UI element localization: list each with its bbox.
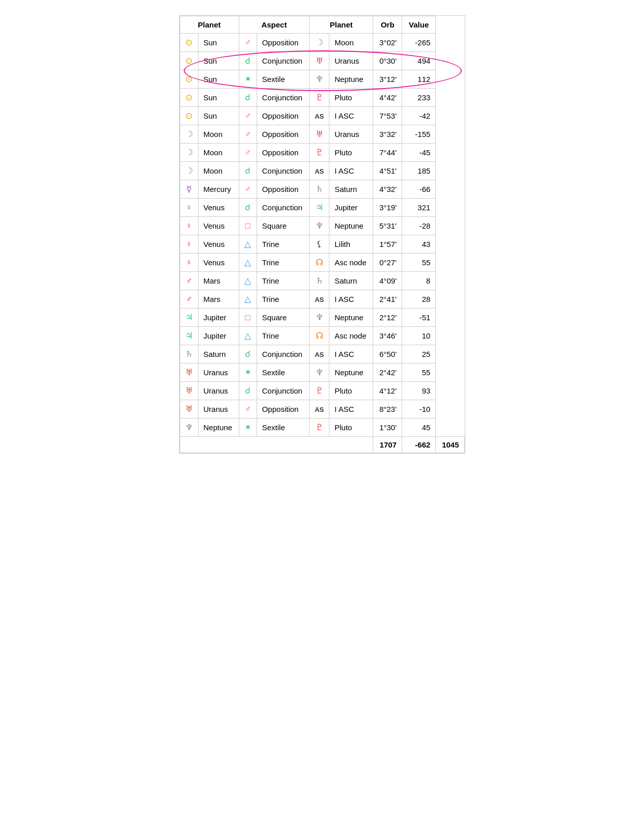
aspect-symbol: ♂ — [239, 34, 257, 52]
orb-value: 4°09' — [373, 272, 402, 290]
planet1-symbol: ♅ — [180, 364, 198, 382]
planet1-name: Moon — [198, 144, 239, 162]
aspect-name: Conjunction — [257, 199, 309, 217]
aspect-name: Opposition — [257, 125, 309, 144]
planet1-name: Sun — [198, 89, 239, 107]
aspect-symbol: △ — [239, 327, 257, 345]
planet2-name: Pluto — [329, 144, 373, 162]
planet1-symbol: ♀ — [180, 235, 198, 254]
aspect-name: Sextile — [257, 364, 309, 382]
aspect-value: -10 — [402, 400, 436, 419]
aspect-name: Trine — [257, 327, 309, 345]
planet2-name: I ASC — [329, 345, 373, 364]
planet1-name: Jupiter — [198, 309, 239, 327]
planet2-symbol: AS — [310, 107, 329, 125]
planet2-name: Moon — [329, 34, 373, 52]
planet2-symbol: ♆ — [310, 364, 329, 382]
planet2-symbol: ♃ — [310, 199, 329, 217]
planet1-name: Neptune — [198, 419, 239, 437]
aspect-value: 112 — [402, 70, 436, 89]
aspect-name: Opposition — [257, 180, 309, 199]
planet2-name: Uranus — [329, 52, 373, 70]
header-value: Value — [402, 16, 436, 34]
aspect-value: 10 — [402, 327, 436, 345]
planet2-name: I ASC — [329, 400, 373, 419]
planet1-symbol: ♅ — [180, 400, 198, 419]
planet2-symbol: ♄ — [310, 272, 329, 290]
orb-value: 6°50' — [373, 345, 402, 364]
table-row: ☽ Moon ♂ Opposition ♅ Uranus 3°32' -155 — [180, 125, 464, 144]
header-orb: Orb — [373, 16, 402, 34]
aspect-value: 55 — [402, 254, 436, 272]
table-row: ⊙ Sun ✶ Sextile ♆ Neptune 3°12' 112 — [180, 70, 464, 89]
planet1-symbol: ♄ — [180, 345, 198, 364]
table-row: ☽ Moon ♂ Opposition ♇ Pluto 7°44' -45 — [180, 144, 464, 162]
orb-value: 8°23' — [373, 400, 402, 419]
aspect-symbol: □ — [239, 217, 257, 235]
aspect-name: Conjunction — [257, 162, 309, 180]
planet1-symbol: ⊙ — [180, 34, 198, 52]
planet1-name: Sun — [198, 107, 239, 125]
planet1-symbol: ☽ — [180, 162, 198, 180]
aspect-symbol: ☌ — [239, 162, 257, 180]
planet2-name: Asc node — [329, 254, 373, 272]
aspect-name: Trine — [257, 272, 309, 290]
table-row: ⊙ Sun ☌ Conjunction ♅ Uranus 0°30' 494 — [180, 52, 464, 70]
planet1-symbol: ☽ — [180, 125, 198, 144]
aspect-symbol: ☌ — [239, 382, 257, 400]
aspect-symbol: ✶ — [239, 419, 257, 437]
planet1-symbol: ♂ — [180, 290, 198, 309]
aspect-symbol: △ — [239, 254, 257, 272]
planet2-symbol: ☽ — [310, 34, 329, 52]
aspect-name: Conjunction — [257, 345, 309, 364]
aspect-value: 233 — [402, 89, 436, 107]
aspect-name: Trine — [257, 254, 309, 272]
table-row: ♄ Saturn ☌ Conjunction AS I ASC 6°50' 25 — [180, 345, 464, 364]
planet2-symbol: ♆ — [310, 70, 329, 89]
orb-value: 0°30' — [373, 52, 402, 70]
aspect-name: Conjunction — [257, 382, 309, 400]
planet1-name: Sun — [198, 34, 239, 52]
planet2-symbol: AS — [310, 162, 329, 180]
planet2-symbol: ♇ — [310, 382, 329, 400]
table-row: ♅ Uranus ✶ Sextile ♆ Neptune 2°42' 55 — [180, 364, 464, 382]
aspect-name: Trine — [257, 290, 309, 309]
aspect-name: Opposition — [257, 34, 309, 52]
aspect-symbol: ☌ — [239, 199, 257, 217]
orb-value: 1°57' — [373, 235, 402, 254]
aspect-name: Square — [257, 309, 309, 327]
planet1-symbol: ☿ — [180, 180, 198, 199]
aspect-name: Sextile — [257, 70, 309, 89]
table-row: ⊙ Sun ♂ Opposition AS I ASC 7°53' -42 — [180, 107, 464, 125]
aspect-value: 55 — [402, 364, 436, 382]
planet2-symbol: ♆ — [310, 217, 329, 235]
aspect-symbol: ☌ — [239, 345, 257, 364]
aspect-value: -28 — [402, 217, 436, 235]
planet1-name: Moon — [198, 162, 239, 180]
planet1-name: Venus — [198, 199, 239, 217]
planet1-name: Venus — [198, 235, 239, 254]
planet1-symbol: ♀ — [180, 199, 198, 217]
table-row: ☽ Moon ☌ Conjunction AS I ASC 4°51' 185 — [180, 162, 464, 180]
orb-value: 3°02' — [373, 34, 402, 52]
planet1-name: Mars — [198, 272, 239, 290]
totals-row: 1707 -662 1045 — [180, 437, 464, 453]
table-row: ⊙ Sun ☌ Conjunction ♇ Pluto 4°42' 233 — [180, 89, 464, 107]
planet2-symbol: ♆ — [310, 309, 329, 327]
orb-value: 5°31' — [373, 217, 402, 235]
aspect-value: -265 — [402, 34, 436, 52]
header-planet2: Planet — [310, 16, 373, 34]
aspect-value: 93 — [402, 382, 436, 400]
aspect-value: 28 — [402, 290, 436, 309]
aspect-value: 45 — [402, 419, 436, 437]
planet1-symbol: ⊙ — [180, 52, 198, 70]
astrology-table: Planet Aspect Planet Orb Value ⊙ Sun ♂ O… — [179, 15, 465, 454]
table-row: ♀ Venus △ Trine ⚸ Lilith 1°57' 43 — [180, 235, 464, 254]
neg-total: -662 — [402, 437, 436, 453]
planet2-symbol: ♅ — [310, 52, 329, 70]
planet1-symbol: ♃ — [180, 309, 198, 327]
aspect-name: Opposition — [257, 144, 309, 162]
aspect-symbol: ♂ — [239, 107, 257, 125]
aspect-symbol: △ — [239, 290, 257, 309]
planet2-symbol: ☊ — [310, 327, 329, 345]
